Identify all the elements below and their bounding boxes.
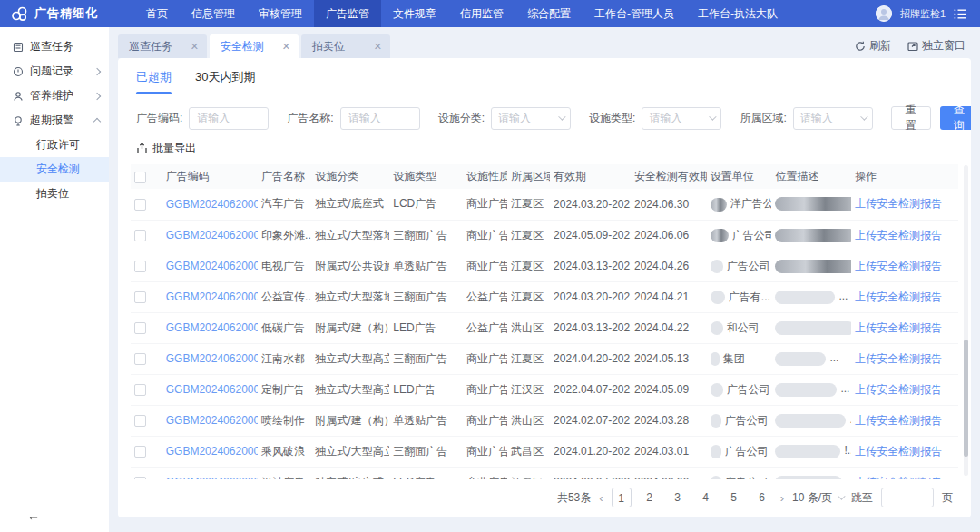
sidebar-item-issue-records[interactable]: 问题记录	[0, 59, 109, 84]
vertical-scrollbar[interactable]	[964, 165, 968, 476]
ad-code-link[interactable]: GGBM202406200013	[166, 260, 258, 272]
sidebar-subitem-admin-license[interactable]: 行政许可	[0, 133, 109, 157]
chevron-right-icon	[93, 67, 101, 74]
patrol-task-icon	[13, 42, 24, 53]
ad-code-link[interactable]: GGBM202406200009	[166, 321, 258, 334]
upload-report-link[interactable]: 上传安全检测报告	[855, 291, 942, 303]
redacted-text	[775, 229, 851, 242]
inspection-expire-date: 2024.05.09	[631, 374, 707, 405]
page-button-5[interactable]: 5	[724, 488, 744, 507]
next-page-button[interactable]: ›	[780, 491, 784, 505]
facility-type: 单透贴广告	[389, 405, 463, 436]
sidebar-item-maintenance[interactable]: 管养维护	[0, 84, 109, 108]
ad-code-link[interactable]: GGBM202406200007	[166, 383, 258, 396]
close-icon[interactable]: ✕	[282, 41, 290, 53]
upload-report-link[interactable]: 上传安全检测报告	[855, 321, 942, 334]
ad-code-link[interactable]: GGBM202406200016	[166, 198, 258, 211]
prev-page-button[interactable]: ‹	[599, 491, 603, 505]
tab-safety-inspection[interactable]: 安全检测 ✕	[210, 34, 299, 58]
page-button-4[interactable]: 4	[696, 488, 716, 507]
close-icon[interactable]: ✕	[374, 41, 382, 53]
ad-name: 公益宣传...	[258, 281, 311, 312]
row-checkbox[interactable]	[134, 446, 146, 458]
row-checkbox[interactable]	[134, 199, 146, 211]
subtab-overdue[interactable]: 已超期	[136, 69, 172, 94]
sidebar-item-overdue-alarm[interactable]: 超期报警	[0, 108, 109, 133]
row-checkbox[interactable]	[134, 291, 146, 303]
search-button[interactable]: 查询	[940, 106, 971, 130]
validity-period: 2022.04.07-202...	[550, 374, 631, 405]
batch-export-button[interactable]: 批量导出	[136, 141, 196, 156]
username[interactable]: 招牌监检1	[900, 7, 946, 21]
ad-code-link[interactable]: GGBM202406200012	[166, 291, 258, 303]
select-all-checkbox[interactable]	[134, 172, 146, 183]
filter-label: 设施类型:	[589, 111, 635, 126]
nav-item-workbench-enforce[interactable]: 工作台-执法大队	[686, 0, 789, 27]
independent-window-button[interactable]: 独立窗口	[907, 38, 965, 54]
refresh-button[interactable]: 刷新	[855, 38, 891, 54]
redacted-text	[710, 352, 720, 366]
jump-page-input[interactable]	[881, 488, 934, 507]
location-desc: ...	[771, 374, 851, 405]
upload-report-link[interactable]: 上传安全检测报告	[855, 197, 942, 210]
nav-item-info[interactable]: 信息管理	[180, 0, 247, 27]
row-checkbox[interactable]	[134, 415, 146, 427]
row-checkbox[interactable]	[134, 353, 146, 365]
content-card: 已超期 30天内到期 广告编码: 广告名称: 设施分类: 请输入	[118, 58, 971, 517]
ad-name: 低碳广告	[258, 312, 311, 343]
tab-patrol-tasks[interactable]: 巡查任务 ✕	[118, 34, 207, 58]
facility-type: 三翻面广告	[389, 436, 463, 467]
upload-report-link[interactable]: 上传安全检测报告	[855, 383, 942, 396]
row-checkbox[interactable]	[134, 261, 146, 272]
chevron-right-icon	[93, 92, 101, 99]
nav-item-files[interactable]: 文件规章	[381, 0, 448, 27]
col-header: 广告编码	[162, 164, 258, 189]
nav-item-workbench-admin[interactable]: 工作台-管理人员	[583, 0, 686, 27]
page-button-6[interactable]: 6	[752, 488, 772, 507]
row-checkbox[interactable]	[134, 384, 146, 396]
subtab-due-in-30-days[interactable]: 30天内到期	[195, 69, 255, 94]
inspection-expire-date: 2024.04.22	[631, 312, 707, 343]
page-button-2[interactable]: 2	[640, 488, 660, 507]
upload-report-link[interactable]: 上传安全检测报告	[855, 229, 942, 241]
sidebar-item-patrol-tasks[interactable]: 巡查任务	[0, 34, 109, 59]
user-avatar[interactable]	[876, 5, 892, 22]
facility-category-select[interactable]: 请输入	[491, 107, 571, 130]
facility-type: LED广告	[389, 312, 463, 343]
district-select[interactable]: 请输入	[793, 107, 873, 130]
ad-code-link[interactable]: GGBM202406200008	[166, 352, 258, 365]
sidebar-subitem-auction-slot[interactable]: 拍卖位	[0, 182, 109, 206]
ad-code-link[interactable]: GGBM202406200015	[166, 229, 258, 241]
setup-unit: 和公司	[707, 312, 772, 343]
row-checkbox[interactable]	[134, 230, 146, 241]
facility-type-select[interactable]: 请输入	[642, 107, 721, 130]
page-size-select[interactable]: 10 条/页	[792, 490, 843, 506]
district: 江夏区	[507, 189, 550, 220]
ad-name-input[interactable]	[340, 107, 420, 130]
back-arrow[interactable]: ←	[27, 508, 40, 523]
nav-item-audit[interactable]: 审核管理	[247, 0, 314, 27]
upload-report-link[interactable]: 上传安全检测报告	[855, 260, 942, 272]
upload-report-link[interactable]: 上传安全检测报告	[855, 352, 942, 365]
location-desc: ...	[771, 189, 851, 220]
facility-type: 三翻面广告	[389, 220, 463, 251]
page-button-3[interactable]: 3	[668, 488, 688, 507]
scrollbar-thumb[interactable]	[964, 340, 968, 458]
nav-item-config[interactable]: 综合配置	[515, 0, 583, 27]
upload-report-link[interactable]: 上传安全检测报告	[855, 414, 942, 427]
upload-report-link[interactable]: 上传安全检测报告	[855, 445, 942, 458]
close-icon[interactable]: ✕	[191, 41, 199, 53]
menu-list-icon[interactable]	[954, 8, 967, 20]
nav-item-ad-supervision[interactable]: 广告监管	[314, 0, 381, 27]
facility-category: 独立式/大型高立柱	[311, 343, 389, 374]
nav-item-credit[interactable]: 信用监管	[448, 0, 515, 27]
page-button-1[interactable]: 1	[612, 488, 632, 507]
ad-code-link[interactable]: GGBM202406200004	[166, 445, 258, 458]
tab-auction-slot[interactable]: 拍卖位 ✕	[301, 34, 390, 58]
reset-button[interactable]: 重置	[891, 106, 931, 130]
sidebar-subitem-safety-inspection[interactable]: 安全检测	[0, 157, 109, 182]
ad-code-input[interactable]	[189, 107, 269, 130]
ad-code-link[interactable]: GGBM202406200006	[166, 414, 258, 427]
row-checkbox[interactable]	[134, 322, 146, 334]
nav-item-home[interactable]: 首页	[134, 0, 180, 27]
